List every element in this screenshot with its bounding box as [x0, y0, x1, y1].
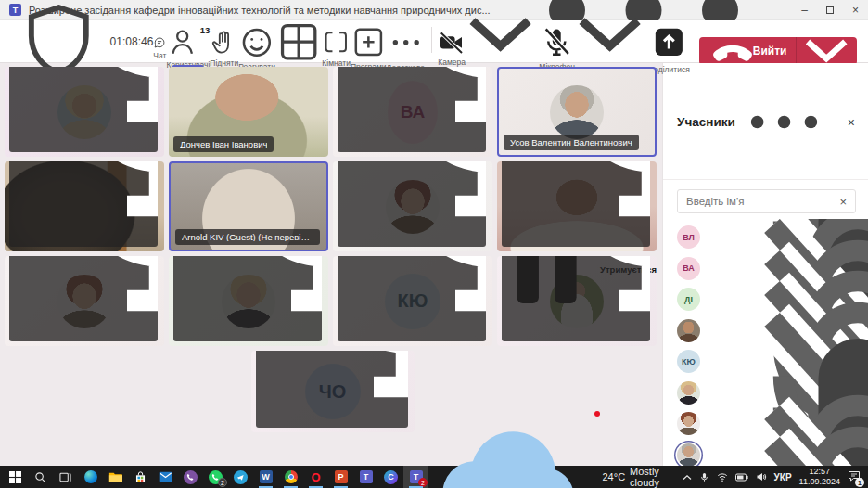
- search-input[interactable]: [686, 196, 839, 207]
- taskbar-icon-canva[interactable]: C: [378, 466, 403, 488]
- mic-muted-icon: [267, 351, 408, 424]
- leave-button[interactable]: Вийти: [699, 37, 857, 65]
- tray-battery-icon[interactable]: [735, 473, 748, 482]
- participant-name-label: Чегурко Станіслав Олександрович: [256, 351, 408, 428]
- taskbar-icon-viber[interactable]: [178, 466, 203, 488]
- participant-name-label: Arnold KIV (Guest) (Не перевірено): [175, 229, 320, 246]
- taskbar-icon-mail[interactable]: [153, 466, 178, 488]
- avatar-initials: КЮ: [677, 350, 700, 373]
- participant-name-label: Волчок Наталя Аркадіївна: [338, 67, 486, 152]
- view-button[interactable]: Переглянути: [275, 28, 322, 69]
- participants-panel: Учасники × × ВЛ Вікто... (зовнішній кори…: [662, 63, 868, 466]
- participant-count: 13: [200, 25, 211, 35]
- react-smiley-icon: [238, 24, 275, 61]
- participant-name-label: Швайка Валерія Вячеславівна: [9, 67, 158, 152]
- camera-off-icon: [438, 29, 466, 57]
- taskbar-icon-edge[interactable]: [78, 466, 103, 488]
- mic-button[interactable]: Мікрофон: [539, 28, 575, 69]
- mic-muted-icon: [349, 161, 486, 243]
- panel-close-icon[interactable]: ×: [848, 115, 855, 130]
- avatar-initials: ВА: [677, 257, 700, 280]
- camera-button[interactable]: Камера: [438, 28, 466, 69]
- participant-name-label: Шкатуляк Наталія Михайлівна: [338, 161, 486, 247]
- video-tile-sovkova[interactable]: Совкова Тетяна Сократівна: [5, 256, 164, 346]
- taskbar-icon-teams[interactable]: T: [353, 466, 378, 488]
- video-tile-donchev[interactable]: Дончев Іван Іванович: [169, 67, 328, 157]
- mic-off-icon: [539, 24, 575, 60]
- share-button[interactable]: Поділитися: [648, 28, 690, 69]
- participant-name-label: Філіппович Ірина Ігорівна: [502, 256, 650, 341]
- video-tile-arnold-kiv[interactable]: Arnold KIV (Guest) (Не перевірено): [169, 161, 328, 251]
- chat-button[interactable]: Чат: [153, 28, 166, 69]
- video-tile-dyachok[interactable]: Дячок Дмитро Олександрович: [497, 161, 657, 251]
- participant-name-label: Віктор Лукашин (зовнішній кори...: [9, 161, 158, 247]
- video-tile-lukashyn[interactable]: Віктор Лукашин (зовнішній кори...: [5, 161, 164, 251]
- leave-options-chevron[interactable]: [796, 37, 857, 65]
- participant-name-label: Усов Валентин Валентинович: [504, 135, 639, 151]
- tray-volume-icon[interactable]: [756, 471, 767, 482]
- participant-search: ×: [677, 189, 856, 213]
- taskbar-icon-powerpoint[interactable]: P: [328, 466, 353, 488]
- taskbar-clock[interactable]: 12:5711.09.2024: [799, 467, 840, 487]
- people-button[interactable]: 13 Користувачі: [166, 28, 210, 69]
- video-tile-kiv[interactable]: КЮ Ків Арнольд Юхимович: [333, 256, 492, 346]
- tray-mic-icon[interactable]: [699, 472, 709, 482]
- meeting-toolbar: 01:08:46 Чат 13 Користувачі Підняти Реаг…: [0, 20, 868, 63]
- taskbar-icon-chrome[interactable]: [278, 466, 303, 488]
- apps-button[interactable]: Програми: [351, 28, 387, 69]
- meeting-timer: 01:08:46: [110, 35, 154, 48]
- taskbar-icon-opera[interactable]: O: [303, 466, 328, 488]
- mic-options-chevron[interactable]: [573, 14, 646, 56]
- react-button[interactable]: Реагувати: [238, 28, 275, 69]
- restore-button[interactable]: [826, 6, 834, 14]
- video-tile-filippovich[interactable]: Утримується Філіппович Ірина Ігорівна: [497, 256, 657, 346]
- mic-muted-icon: [349, 67, 486, 148]
- more-button[interactable]: Додатково: [387, 28, 425, 69]
- taskbar-search-icon[interactable]: [28, 466, 53, 488]
- mic-muted-icon: [20, 256, 158, 338]
- mic-muted-icon: [185, 256, 322, 338]
- taskbar-icon-store[interactable]: [128, 466, 153, 488]
- taskbar-icon-teams-meeting[interactable]: T2: [403, 466, 428, 488]
- clear-search-icon[interactable]: ×: [839, 196, 847, 208]
- taskbar-icon-telegram[interactable]: [228, 466, 253, 488]
- view-grid-icon: [275, 19, 322, 65]
- video-tile-ordanovska[interactable]: Ордановська Олександра Ігорівна: [169, 256, 328, 346]
- ellipsis-icon: [387, 23, 425, 61]
- panel-more-icon[interactable]: [735, 73, 833, 171]
- hidden-icons-chevron[interactable]: [683, 474, 692, 481]
- rooms-icon: [322, 28, 351, 57]
- raise-hand-button[interactable]: Підняти: [210, 28, 238, 69]
- task-view-icon[interactable]: [53, 466, 78, 488]
- video-tile-shvaika[interactable]: Швайка Валерія Вячеславівна: [5, 67, 164, 157]
- taskbar-icon-whatsapp[interactable]: 2: [203, 466, 228, 488]
- apps-plus-icon: [351, 24, 387, 60]
- participant-name-label: Дончев Іван Іванович: [173, 136, 274, 153]
- video-tile-chegurko[interactable]: ЧО Чегурко Станіслав Олександрович: [251, 351, 415, 432]
- participant-name-label: Ків Арнольд Юхимович: [338, 256, 486, 341]
- mic-muted-icon: [513, 161, 650, 243]
- start-button[interactable]: [3, 466, 28, 488]
- video-tile-volchok[interactable]: ВА Волчок Наталя Аркадіївна: [333, 67, 492, 157]
- teams-meeting-window: T Розширене засідання кафедри інноваційн…: [0, 0, 868, 488]
- mic-muted-icon: [349, 256, 486, 338]
- video-tile-shkatulyak[interactable]: Шкатуляк Наталія Михайлівна: [333, 161, 492, 251]
- video-tile-usov[interactable]: Усов Валентин Валентинович: [497, 67, 657, 157]
- rooms-button[interactable]: Кімнати: [322, 28, 351, 69]
- windows-taskbar: 2 W O P T C T2 24°C Mostly cloudy УКР 12…: [0, 466, 868, 488]
- share-screen-icon: [648, 21, 690, 63]
- avatar-photo: [677, 381, 700, 405]
- weather-widget[interactable]: 24°C Mostly cloudy: [428, 414, 668, 488]
- taskbar-icon-word[interactable]: W: [253, 466, 278, 488]
- taskbar-icon-explorer[interactable]: [103, 466, 128, 488]
- raise-hand-icon: [210, 28, 238, 57]
- avatar-photo: [677, 319, 700, 342]
- video-grid: Швайка Валерія Вячеславівна Дончев Іван …: [0, 63, 662, 466]
- language-indicator[interactable]: УКР: [774, 472, 792, 482]
- mic-muted-icon: [20, 67, 158, 148]
- mic-muted-icon: [513, 256, 650, 338]
- weather-cloud-icon: [428, 414, 598, 488]
- camera-options-chevron[interactable]: [464, 14, 537, 56]
- tray-network-icon[interactable]: [717, 471, 728, 482]
- notification-center-icon[interactable]: 1: [848, 469, 861, 485]
